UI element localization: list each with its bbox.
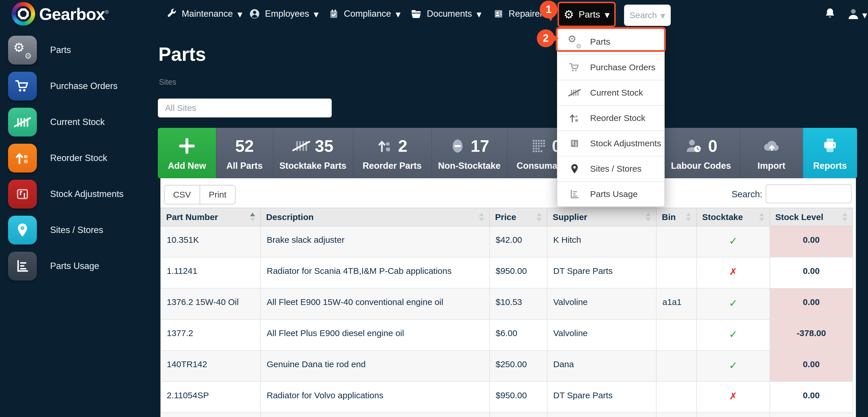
table-row[interactable]: 10.351K Brake slack adjuster $42.00 K Hi… (161, 226, 853, 257)
cell-stocktake: ✓ (696, 351, 770, 382)
sites-select[interactable] (158, 98, 332, 118)
arrow-up-boxes-icon (377, 138, 393, 154)
cell-stock-level: -378.00 (770, 319, 853, 351)
cell-price: $950.00 (490, 382, 547, 413)
package-adjust-icon (8, 180, 37, 208)
menu-item-parts-usage[interactable]: Parts Usage (557, 181, 664, 206)
search-button[interactable]: Search ▼ (624, 5, 671, 26)
sort-icon (646, 213, 651, 221)
user-menu[interactable]: ▼ (846, 7, 867, 23)
stat-stocktake-parts[interactable]: 35 Stocktake Parts (273, 128, 353, 178)
dots-grid-icon (530, 138, 547, 154)
menu-item-sites-stores[interactable]: Sites / Stores (557, 156, 664, 181)
column-header-supplier[interactable]: Supplier (547, 208, 656, 226)
cell-part-number: 1376.2 15W-40 Oil (161, 288, 260, 319)
sidebar-item-current-stock[interactable]: Current Stock (8, 108, 160, 136)
nav-item-compliance[interactable]: Compliance ▼ (328, 0, 401, 28)
wrench-icon (166, 8, 177, 19)
cell-description: All Fleet Plus E900 diesel engine oil (260, 319, 490, 351)
sort-icon (686, 213, 691, 221)
stat-labour-codes[interactable]: 0 Labour Codes (662, 128, 740, 178)
user-avatar-icon (846, 7, 861, 23)
column-header-price[interactable]: Price (490, 208, 547, 226)
sidebar-item-sites-stores[interactable]: Sites / Stores (8, 216, 160, 245)
cell-description: Radiator for Scania 4TB,I&M P-Cab applic… (260, 257, 490, 288)
table-row[interactable]: 1377.2 All Fleet Plus E900 diesel engine… (161, 319, 853, 351)
column-header-description[interactable]: Description (260, 208, 490, 226)
print-button[interactable]: Print (199, 186, 235, 204)
cell-supplier: K Hitch (547, 226, 656, 257)
stat-non-stocktake[interactable]: 17 Non-Stocktake (431, 128, 507, 178)
cell-bin (656, 351, 696, 382)
csv-button[interactable]: CSV (164, 186, 199, 204)
menu-item-purchase-orders[interactable]: Purchase Orders (557, 55, 664, 80)
cell-supplier: Valvoline (547, 319, 656, 351)
table-row[interactable]: 1.11241 Radiator for Scania 4TB,I&M P-Ca… (161, 257, 853, 288)
chevron-down-icon: ▼ (660, 12, 665, 20)
cell-bin (656, 257, 696, 288)
person-clock-icon (685, 136, 704, 156)
tally-icon (568, 86, 582, 99)
cell-price: $6.00 (490, 319, 547, 351)
cell-part-number: 1.11241 (161, 257, 260, 288)
plus-icon (179, 138, 195, 154)
brand[interactable]: Gearbox® (11, 0, 108, 28)
nav-item-repairers[interactable]: Repairers (493, 0, 547, 28)
sidebar-item-parts[interactable]: ⚙⚙ Parts (8, 36, 160, 65)
sidebar-item-parts-usage[interactable]: Parts Usage (8, 252, 160, 281)
annotation-step-2-badge: 2 (537, 29, 555, 47)
cell-stocktake: ✓ (696, 288, 770, 319)
cell-description: All Fleet E900 15W-40 conventional engin… (260, 288, 490, 319)
cell-bin (656, 382, 696, 413)
map-pin-icon (8, 216, 37, 245)
add-new-button[interactable]: Add New (158, 128, 216, 178)
nav-item-employees[interactable]: Employees ▼ (249, 0, 318, 28)
nav-item-parts-active[interactable]: ⚙ Parts ▼ (558, 2, 616, 27)
arrow-up-boxes-icon (568, 112, 582, 124)
bar-chart-icon (8, 252, 37, 281)
table-row[interactable]: 1376.2 15W-40 Oil All Fleet E900 15W-40 … (161, 288, 853, 319)
nav-item-documents[interactable]: Documents ▼ (410, 0, 482, 28)
table-row[interactable]: 2.11054SP Radiator for Volvo application… (161, 382, 853, 413)
parts-dropdown-menu: ⚙⚙ Parts Purchase Orders Current Stock R… (557, 29, 665, 207)
stat-all-parts[interactable]: 52 All Parts (216, 128, 273, 178)
sort-icon (479, 213, 484, 221)
menu-item-reorder-stock[interactable]: Reorder Stock (557, 105, 664, 130)
arrow-up-boxes-icon (8, 144, 37, 172)
column-header-stock-level[interactable]: Stock Level (770, 208, 853, 226)
cell-price: $250.00 (490, 351, 547, 382)
cell-stocktake: ✓ (696, 226, 770, 257)
nav-item-maintenance[interactable]: Maintenance ▼ (166, 0, 242, 28)
cell-price: $42.00 (490, 226, 547, 257)
stat-reorder-parts[interactable]: 2 Reorder Parts (353, 128, 431, 178)
sidebar-item-stock-adjustments[interactable]: Stock Adjustments (8, 180, 160, 208)
cell-description: Radiator for Volvo applications (260, 382, 490, 413)
sidebar-item-purchase-orders[interactable]: Purchase Orders (8, 72, 160, 100)
chevron-down-icon: ▼ (476, 11, 482, 18)
cell-part-number: 140TR142 (161, 351, 260, 382)
cell-price: $10.53 (490, 288, 547, 319)
sidebar-item-reorder-stock[interactable]: Reorder Stock (8, 144, 160, 172)
table-header-row: Part Number Description Price Supplier B… (161, 208, 853, 226)
cell-price: $950.00 (490, 257, 547, 288)
gears-icon: ⚙⚙ (568, 35, 582, 48)
column-header-stocktake[interactable]: Stocktake (696, 208, 770, 226)
column-header-bin[interactable]: Bin (656, 208, 696, 226)
annotation-step-1-badge: 1 (540, 1, 558, 19)
import-button[interactable]: Import (740, 128, 803, 178)
parts-stats-bar: Add New 52 All Parts 35 Stocktake Parts … (158, 128, 857, 178)
sort-icon (250, 213, 255, 221)
export-button-group: CSV Print (164, 185, 236, 204)
menu-item-current-stock[interactable]: Current Stock (557, 80, 664, 105)
parts-table-panel: CSV Print Search: Part Number Descriptio… (160, 178, 856, 417)
chevron-down-icon: ▼ (396, 11, 401, 18)
cell-stock-level: 0.00 (770, 351, 853, 382)
menu-item-parts[interactable]: ⚙⚙ Parts (557, 29, 664, 55)
menu-item-stock-adjustments[interactable]: Stock Adjustments (557, 130, 664, 156)
table-search-input[interactable] (766, 184, 851, 203)
cell-part-number: 10.351K (161, 226, 260, 257)
notifications-bell-icon[interactable] (823, 7, 837, 22)
column-header-part-number[interactable]: Part Number (161, 208, 260, 226)
reports-button[interactable]: Reports (803, 128, 857, 178)
table-row[interactable]: 140TR142 Genuine Dana tie rod end $250.0… (161, 351, 853, 382)
